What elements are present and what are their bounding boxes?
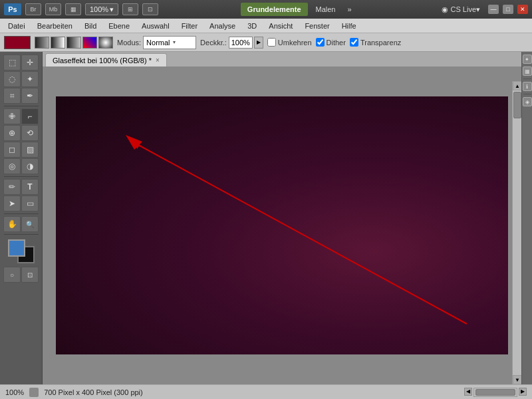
zoom-tool[interactable]: 🔍 — [21, 216, 39, 232]
move-tool[interactable]: ✛ — [21, 55, 39, 70]
scroll-track — [513, 90, 521, 375]
lasso-tool[interactable]: ◌ — [3, 71, 21, 87]
bridge-button[interactable]: Br — [25, 3, 41, 15]
menu-datei[interactable]: Datei — [3, 21, 31, 31]
quick-mask-button[interactable]: ⊡ — [21, 267, 39, 283]
scroll-down-button[interactable]: ▼ — [513, 375, 521, 384]
transparency-checkbox[interactable] — [350, 38, 358, 47]
scroll-thumb[interactable] — [513, 92, 521, 118]
tab-bar: Glaseffekt bei 100% (RGB/8) * × — [43, 52, 521, 66]
dither-checkbox-group: Dither — [316, 38, 346, 47]
ps-logo-icon: Ps — [4, 3, 21, 15]
canvas-area: Glaseffekt bei 100% (RGB/8) * × — [43, 52, 521, 384]
tool-separator-1 — [4, 106, 39, 106]
right-panel-button-1[interactable]: ✦ — [523, 55, 532, 64]
reverse-checkbox-group: Umkehren — [267, 38, 312, 47]
heal-tool[interactable]: ✙ — [3, 108, 21, 124]
eyedropper-tool[interactable]: ✒ — [21, 88, 39, 104]
history-brush-tool[interactable]: ⟲ — [21, 125, 39, 141]
right-panel-button-4[interactable]: ◈ — [523, 97, 532, 106]
dither-label: Dither — [327, 39, 346, 47]
blend-mode-arrow-icon: ▾ — [173, 39, 176, 45]
menu-fenster[interactable]: Fenster — [299, 21, 334, 31]
hand-tool[interactable]: ✋ — [3, 216, 21, 232]
menu-filter[interactable]: Filter — [176, 21, 203, 31]
brush-color-swatch[interactable] — [4, 36, 31, 49]
workspace-grundelemente-button[interactable]: Grundelemente — [241, 3, 308, 16]
more-workspaces-button[interactable]: » — [343, 4, 355, 15]
opacity-input[interactable] — [229, 37, 253, 49]
swatch-5[interactable] — [98, 37, 113, 49]
hscroll-thumb[interactable] — [475, 389, 515, 396]
right-panel-button-2[interactable]: ▦ — [523, 66, 532, 76]
menu-ebene[interactable]: Ebene — [103, 21, 135, 31]
path-selection-tool[interactable]: ➤ — [3, 196, 21, 211]
swatch-4[interactable] — [82, 37, 97, 49]
opacity-input-group: ▶ — [229, 37, 263, 49]
canvas-tab-close-button[interactable]: × — [156, 57, 160, 64]
minimize-button[interactable]: — — [488, 5, 499, 14]
swatch-2[interactable] — [51, 37, 65, 49]
right-panel: ✦ ▦ ℹ ◈ — [521, 52, 532, 384]
minibrowser-button[interactable]: Mb — [45, 3, 61, 15]
close-button[interactable]: ✕ — [517, 5, 528, 14]
scroll-nav: ◀ ▶ — [464, 388, 527, 397]
menu-3d[interactable]: 3D — [242, 21, 262, 31]
cs-live-button[interactable]: ◉ CS Live▾ — [438, 4, 484, 15]
eraser-tool[interactable]: ◻ — [3, 142, 21, 158]
view-extras-button[interactable]: ▦ — [65, 3, 81, 15]
tool-separator-4 — [4, 234, 39, 235]
scroll-up-button[interactable]: ▲ — [513, 81, 521, 90]
shape-tool[interactable]: ▭ — [21, 196, 39, 211]
color-swatches — [8, 239, 35, 263]
horizontal-scrollbar[interactable] — [473, 388, 517, 397]
dither-checkbox[interactable] — [316, 38, 325, 47]
menu-ansicht[interactable]: Ansicht — [263, 21, 298, 31]
swatch-1[interactable] — [35, 37, 49, 49]
dodge-tool[interactable]: ◑ — [21, 158, 39, 174]
main-area: ⬚ ✛ ◌ ✦ ⌗ ✒ ✙ ⌐ ⊕ ⟲ ◻ ▨ ◎ ◑ ✏ — [0, 52, 532, 384]
canvas-wrapper[interactable]: ▲ ▼ — [43, 66, 521, 384]
swatch-3[interactable] — [66, 37, 81, 49]
scroll-nav-prev[interactable]: ◀ — [464, 388, 472, 396]
menu-bearbeiten[interactable]: Bearbeiten — [32, 21, 78, 31]
canvas-tab[interactable]: Glaseffekt bei 100% (RGB/8) * × — [45, 53, 167, 66]
brush-tool[interactable]: ⌐ — [21, 108, 39, 124]
maximize-button[interactable]: □ — [503, 5, 513, 14]
statusbar: 100% 700 Pixel x 400 Pixel (300 ppi) ◀ ▶ — [0, 384, 532, 399]
titlebar: Ps Br Mb ▦ 100% ▾ ⊞ ⊡ Grundelemente Male… — [0, 0, 532, 19]
right-panel-button-3[interactable]: ℹ — [523, 82, 532, 91]
zoom-level[interactable]: 100% ▾ — [85, 3, 118, 15]
tool-row-9: ➤ ▭ — [3, 196, 39, 211]
blur-tool[interactable]: ◎ — [3, 158, 21, 174]
canvas-tab-title: Glaseffekt bei 100% (RGB/8) * — [53, 57, 152, 65]
gradient-swatches — [35, 37, 113, 49]
standard-mode-button[interactable]: ○ — [3, 267, 21, 283]
paint-mode-button[interactable]: Malen — [312, 4, 340, 15]
opacity-increase-button[interactable]: ▶ — [254, 37, 263, 49]
status-icon-1[interactable] — [29, 388, 39, 397]
layout-button[interactable]: ⊞ — [122, 3, 138, 15]
menu-analyse[interactable]: Analyse — [204, 21, 241, 31]
screen-mode-button[interactable]: ⊡ — [142, 3, 158, 15]
menu-bild[interactable]: Bild — [79, 21, 102, 31]
crop-tool[interactable]: ⌗ — [3, 88, 21, 104]
marquee-tool[interactable]: ⬚ — [3, 55, 21, 70]
scroll-nav-next[interactable]: ▶ — [519, 388, 527, 396]
gradient-tool[interactable]: ▨ — [21, 142, 39, 158]
vertical-scrollbar[interactable]: ▲ ▼ — [512, 81, 521, 384]
canvas[interactable] — [56, 96, 508, 354]
zoom-level-display: 100% — [5, 388, 24, 396]
foreground-color-swatch[interactable] — [8, 239, 25, 257]
menu-hilfe[interactable]: Hilfe — [336, 21, 362, 31]
reverse-checkbox[interactable] — [267, 38, 276, 47]
magic-wand-tool[interactable]: ✦ — [21, 71, 39, 87]
mode-label: Modus: — [117, 39, 141, 47]
blend-mode-dropdown[interactable]: Normal ▾ — [143, 36, 196, 49]
type-tool[interactable]: T — [21, 179, 39, 195]
clone-tool[interactable]: ⊕ — [3, 125, 21, 141]
menu-auswahl[interactable]: Auswahl — [136, 21, 175, 31]
pen-tool[interactable]: ✏ — [3, 179, 21, 195]
tool-row-10: ✋ 🔍 — [3, 216, 39, 232]
tool-row-7: ◎ ◑ — [3, 158, 39, 174]
